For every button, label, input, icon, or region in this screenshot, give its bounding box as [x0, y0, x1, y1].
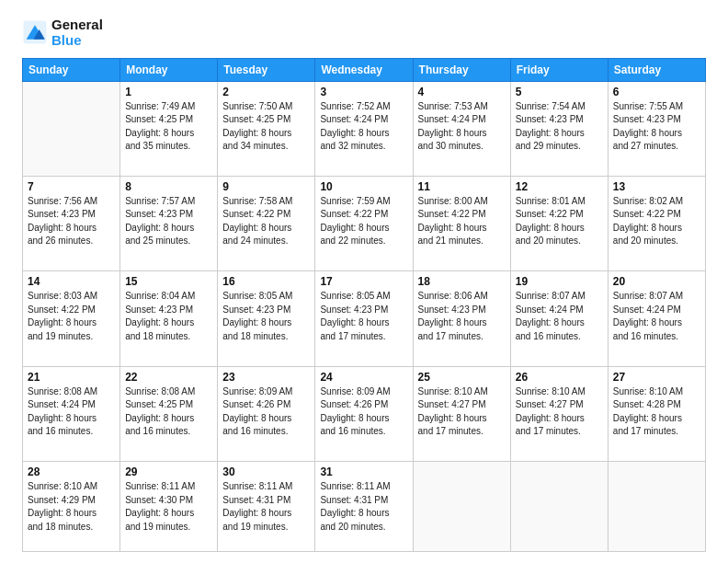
day-info: Sunrise: 8:06 AMSunset: 4:23 PMDaylight:… [418, 290, 506, 343]
day-number: 30 [222, 465, 310, 478]
day-info: Sunrise: 8:09 AMSunset: 4:26 PMDaylight:… [222, 385, 310, 439]
day-number: 4 [418, 86, 506, 98]
calendar-cell [510, 462, 608, 552]
calendar-header-sunday: Sunday [23, 58, 120, 81]
day-info: Sunrise: 8:02 AMSunset: 4:22 PMDaylight:… [613, 195, 700, 248]
day-number: 31 [320, 465, 407, 478]
calendar-header-wednesday: Wednesday [315, 58, 413, 81]
calendar-cell: 13Sunrise: 8:02 AMSunset: 4:22 PMDayligh… [608, 176, 705, 270]
calendar-week-3: 14Sunrise: 8:03 AMSunset: 4:22 PMDayligh… [23, 271, 706, 366]
calendar-cell: 2Sunrise: 7:50 AMSunset: 4:25 PMDaylight… [218, 81, 315, 176]
calendar-week-1: 1Sunrise: 7:49 AMSunset: 4:25 PMDaylight… [23, 81, 706, 176]
calendar-cell [413, 462, 510, 552]
page: General Blue SundayMondayTuesdayWednesda… [0, 0, 728, 563]
day-info: Sunrise: 7:55 AMSunset: 4:23 PMDaylight:… [613, 100, 700, 154]
day-number: 23 [222, 371, 310, 384]
calendar-cell: 22Sunrise: 8:08 AMSunset: 4:25 PMDayligh… [120, 366, 218, 461]
day-number: 15 [125, 275, 212, 288]
day-info: Sunrise: 8:05 AMSunset: 4:23 PMDaylight:… [222, 290, 310, 343]
calendar-cell: 5Sunrise: 7:54 AMSunset: 4:23 PMDaylight… [510, 81, 608, 176]
day-info: Sunrise: 8:11 AMSunset: 4:31 PMDaylight:… [320, 480, 407, 534]
day-number: 26 [516, 371, 603, 384]
day-info: Sunrise: 8:04 AMSunset: 4:23 PMDaylight:… [125, 290, 212, 343]
logo-icon [22, 19, 48, 45]
calendar-cell: 24Sunrise: 8:09 AMSunset: 4:26 PMDayligh… [315, 366, 413, 461]
header: General Blue [22, 17, 706, 49]
calendar-cell: 17Sunrise: 8:05 AMSunset: 4:23 PMDayligh… [315, 271, 413, 366]
day-number: 22 [125, 371, 212, 384]
day-info: Sunrise: 8:08 AMSunset: 4:25 PMDaylight:… [125, 385, 212, 439]
day-number: 12 [516, 180, 603, 193]
logo-text: General Blue [51, 17, 103, 49]
day-number: 10 [320, 180, 407, 193]
day-info: Sunrise: 7:58 AMSunset: 4:22 PMDaylight:… [222, 195, 310, 248]
day-number: 8 [125, 180, 212, 193]
day-info: Sunrise: 8:10 AMSunset: 4:27 PMDaylight:… [516, 385, 603, 439]
logo: General Blue [22, 17, 103, 49]
day-info: Sunrise: 8:11 AMSunset: 4:30 PMDaylight:… [125, 480, 212, 534]
calendar-cell [23, 81, 120, 176]
calendar-cell: 1Sunrise: 7:49 AMSunset: 4:25 PMDaylight… [120, 81, 218, 176]
day-info: Sunrise: 8:05 AMSunset: 4:23 PMDaylight:… [320, 290, 407, 343]
day-number: 9 [222, 180, 310, 193]
day-info: Sunrise: 7:53 AMSunset: 4:24 PMDaylight:… [418, 100, 506, 154]
day-number: 13 [613, 180, 700, 193]
calendar-cell: 4Sunrise: 7:53 AMSunset: 4:24 PMDaylight… [413, 81, 510, 176]
calendar-cell: 28Sunrise: 8:10 AMSunset: 4:29 PMDayligh… [23, 462, 120, 552]
day-number: 18 [418, 275, 506, 288]
calendar-cell: 16Sunrise: 8:05 AMSunset: 4:23 PMDayligh… [218, 271, 315, 366]
calendar-week-4: 21Sunrise: 8:08 AMSunset: 4:24 PMDayligh… [23, 366, 706, 461]
day-info: Sunrise: 7:52 AMSunset: 4:24 PMDaylight:… [320, 100, 407, 154]
day-number: 3 [320, 86, 407, 98]
calendar-cell: 21Sunrise: 8:08 AMSunset: 4:24 PMDayligh… [23, 366, 120, 461]
day-info: Sunrise: 8:10 AMSunset: 4:27 PMDaylight:… [418, 385, 506, 439]
day-number: 6 [613, 86, 700, 98]
calendar-header-monday: Monday [120, 58, 218, 81]
day-info: Sunrise: 7:59 AMSunset: 4:22 PMDaylight:… [320, 195, 407, 248]
day-number: 19 [516, 275, 603, 288]
day-info: Sunrise: 8:01 AMSunset: 4:22 PMDaylight:… [516, 195, 603, 248]
day-info: Sunrise: 7:56 AMSunset: 4:23 PMDaylight:… [28, 195, 115, 248]
day-number: 7 [28, 180, 115, 193]
calendar-cell: 15Sunrise: 8:04 AMSunset: 4:23 PMDayligh… [120, 271, 218, 366]
calendar-header-friday: Friday [510, 58, 608, 81]
calendar-cell: 25Sunrise: 8:10 AMSunset: 4:27 PMDayligh… [413, 366, 510, 461]
day-number: 27 [613, 371, 700, 384]
calendar-cell: 11Sunrise: 8:00 AMSunset: 4:22 PMDayligh… [413, 176, 510, 270]
calendar-week-2: 7Sunrise: 7:56 AMSunset: 4:23 PMDaylight… [23, 176, 706, 270]
calendar-cell: 29Sunrise: 8:11 AMSunset: 4:30 PMDayligh… [120, 462, 218, 552]
calendar-cell: 18Sunrise: 8:06 AMSunset: 4:23 PMDayligh… [413, 271, 510, 366]
day-info: Sunrise: 7:54 AMSunset: 4:23 PMDaylight:… [516, 100, 603, 154]
calendar-cell: 31Sunrise: 8:11 AMSunset: 4:31 PMDayligh… [315, 462, 413, 552]
day-info: Sunrise: 7:49 AMSunset: 4:25 PMDaylight:… [125, 100, 212, 154]
calendar-cell: 8Sunrise: 7:57 AMSunset: 4:23 PMDaylight… [120, 176, 218, 270]
day-info: Sunrise: 8:10 AMSunset: 4:29 PMDaylight:… [28, 480, 115, 534]
day-info: Sunrise: 8:03 AMSunset: 4:22 PMDaylight:… [28, 290, 115, 343]
day-info: Sunrise: 8:10 AMSunset: 4:28 PMDaylight:… [613, 385, 700, 439]
calendar-cell: 10Sunrise: 7:59 AMSunset: 4:22 PMDayligh… [315, 176, 413, 270]
calendar-cell: 26Sunrise: 8:10 AMSunset: 4:27 PMDayligh… [510, 366, 608, 461]
calendar-cell: 30Sunrise: 8:11 AMSunset: 4:31 PMDayligh… [218, 462, 315, 552]
day-info: Sunrise: 7:57 AMSunset: 4:23 PMDaylight:… [125, 195, 212, 248]
day-info: Sunrise: 8:07 AMSunset: 4:24 PMDaylight:… [516, 290, 603, 343]
day-number: 25 [418, 371, 506, 384]
calendar-header-row: SundayMondayTuesdayWednesdayThursdayFrid… [23, 58, 706, 81]
calendar-cell: 27Sunrise: 8:10 AMSunset: 4:28 PMDayligh… [608, 366, 705, 461]
day-info: Sunrise: 7:50 AMSunset: 4:25 PMDaylight:… [222, 100, 310, 154]
calendar: SundayMondayTuesdayWednesdayThursdayFrid… [22, 58, 706, 553]
day-info: Sunrise: 8:09 AMSunset: 4:26 PMDaylight:… [320, 385, 407, 439]
calendar-cell: 3Sunrise: 7:52 AMSunset: 4:24 PMDaylight… [315, 81, 413, 176]
calendar-cell: 7Sunrise: 7:56 AMSunset: 4:23 PMDaylight… [23, 176, 120, 270]
calendar-week-5: 28Sunrise: 8:10 AMSunset: 4:29 PMDayligh… [23, 462, 706, 552]
day-number: 21 [28, 371, 115, 384]
day-number: 5 [516, 86, 603, 98]
calendar-cell: 12Sunrise: 8:01 AMSunset: 4:22 PMDayligh… [510, 176, 608, 270]
calendar-cell: 19Sunrise: 8:07 AMSunset: 4:24 PMDayligh… [510, 271, 608, 366]
day-number: 28 [28, 465, 115, 478]
calendar-cell: 20Sunrise: 8:07 AMSunset: 4:24 PMDayligh… [608, 271, 705, 366]
day-number: 24 [320, 371, 407, 384]
calendar-cell: 6Sunrise: 7:55 AMSunset: 4:23 PMDaylight… [608, 81, 705, 176]
day-number: 1 [125, 86, 212, 98]
day-info: Sunrise: 8:11 AMSunset: 4:31 PMDaylight:… [222, 480, 310, 534]
day-number: 14 [28, 275, 115, 288]
